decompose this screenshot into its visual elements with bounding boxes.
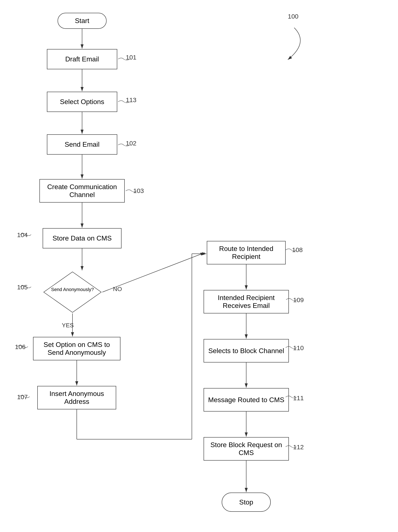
svg-text:Send Anonymously?: Send Anonymously? [51,287,94,292]
draft-email-node: Draft Email [47,49,117,69]
recipient-receives-node: Intended Recipient Receives Email [204,290,289,313]
route-intended-node: Route to Intended Recipient [207,241,286,264]
ref-113: 113 [126,96,136,104]
ref-112: 112 [293,443,304,451]
store-block-request-node: Store Block Request on CMS [204,437,289,461]
flowchart-arrows [0,0,398,532]
ref-107: 107 [17,393,28,401]
set-option-cms-node: Set Option on CMS to Send Anonymously [33,337,120,360]
ref-108: 108 [292,246,303,253]
create-comm-channel-node: Create Communication Channel [39,179,125,203]
message-routed-cms-node: Message Routed to CMS [204,388,289,412]
start-node: Start [57,13,107,29]
no-label: NO [113,286,122,292]
svg-marker-0 [44,272,101,312]
ref-101: 101 [126,54,136,61]
store-data-cms-node: Store Data on CMS [43,228,121,248]
ref-102: 102 [126,140,136,147]
ref-109: 109 [293,296,304,304]
select-options-node: Select Options [47,92,117,112]
ref-106: 106 [15,343,25,351]
ref-105: 105 [17,284,28,291]
stop-node: Stop [222,493,271,512]
yes-label: YES [62,322,74,329]
send-anonymously-node: Send Anonymously? [43,271,102,313]
send-email-node: Send Email [47,134,117,155]
insert-anon-address-node: Insert Anonymous Address [37,386,116,409]
selects-block-node: Selects to Block Channel [204,339,289,362]
ref-100: 100 [288,13,298,20]
ref-104: 104 [17,231,28,239]
ref-110: 110 [293,344,304,352]
ref-111: 111 [293,394,304,402]
flowchart: 100 Start Draft Email 101 Select Options… [0,0,398,532]
ref-103: 103 [133,187,144,195]
